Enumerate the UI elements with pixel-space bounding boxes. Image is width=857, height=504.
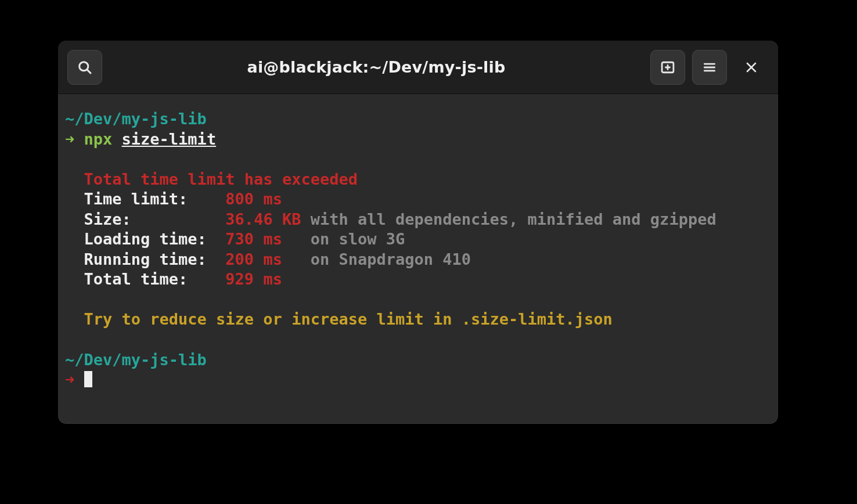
- row-note: on slow 3G: [311, 230, 405, 248]
- terminal-output[interactable]: ~/Dev/my-js-lib ➜ npx size-limit Total t…: [58, 94, 778, 424]
- row-note: on Snapdragon 410: [311, 250, 471, 268]
- cwd-line: ~/Dev/my-js-lib: [65, 351, 207, 369]
- titlebar: ai@blackjack:~/Dev/my-js-lib: [58, 41, 778, 94]
- suggestion-text: Try to reduce size or increase limit in: [84, 310, 462, 328]
- row-value: 36.46 KB: [225, 210, 301, 228]
- cwd-line: ~/Dev/my-js-lib: [65, 110, 207, 128]
- new-tab-icon: [660, 59, 676, 75]
- hamburger-icon: [702, 60, 717, 75]
- cursor: [84, 371, 92, 387]
- menu-button[interactable]: [692, 50, 727, 85]
- row-value: 730 ms: [225, 230, 282, 248]
- suggestion-file: .size-limit.json: [462, 310, 613, 328]
- prompt-arrow: ➜: [65, 370, 74, 388]
- row-note: with all dependencies, minified and gzip…: [311, 210, 716, 228]
- cmd-arg: size-limit: [122, 130, 217, 148]
- close-button[interactable]: [734, 50, 769, 85]
- close-icon: [744, 60, 758, 74]
- error-header: Total time limit has exceeded: [84, 170, 358, 188]
- row-label: Running time:: [84, 250, 217, 268]
- svg-line-1: [87, 69, 91, 73]
- search-icon: [77, 59, 93, 75]
- search-button[interactable]: [67, 50, 102, 85]
- row-value: 200 ms: [225, 250, 282, 268]
- row-value: 929 ms: [225, 270, 282, 288]
- cmd-bin: npx: [84, 130, 113, 148]
- new-tab-button[interactable]: [650, 50, 685, 85]
- row-label: Loading time:: [84, 230, 217, 248]
- row-label: Total time:: [84, 270, 217, 288]
- row-label: Size:: [84, 210, 217, 228]
- window-title: ai@blackjack:~/Dev/my-js-lib: [109, 58, 643, 76]
- terminal-window: ai@blackjack:~/Dev/my-js-lib: [58, 41, 778, 424]
- row-label: Time limit:: [84, 190, 217, 208]
- prompt-arrow: ➜: [65, 130, 74, 148]
- row-value: 800 ms: [225, 190, 282, 208]
